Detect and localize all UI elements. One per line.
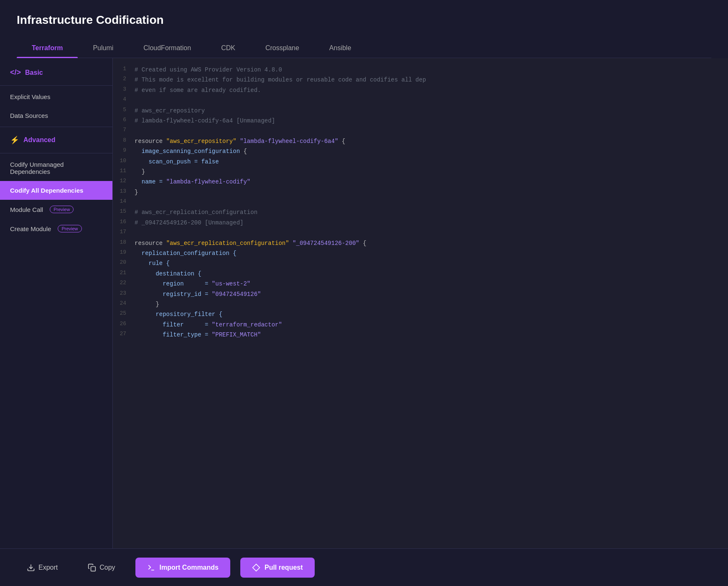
code-line-16: 16 # _094724549126-200 [Unmanaged] bbox=[113, 218, 728, 228]
code-line-12: 12 name = "lambda-flywheel-codify" bbox=[113, 177, 728, 187]
code-line-11: 11 } bbox=[113, 167, 728, 177]
line-number-11: 11 bbox=[113, 167, 135, 174]
line-number-19: 19 bbox=[113, 249, 135, 255]
tab-pulumi[interactable]: Pulumi bbox=[78, 38, 128, 58]
sidebar-item-codify-unmanaged-label: Codify Unmanaged Dependencies bbox=[10, 161, 102, 175]
sidebar-item-codify-all-label: Codify All Dependencies bbox=[10, 187, 83, 194]
advanced-icon: ⚡ bbox=[10, 135, 19, 145]
tab-ansible[interactable]: Ansible bbox=[314, 38, 366, 58]
export-label: Export bbox=[38, 564, 58, 571]
sidebar-item-module-call[interactable]: Module Call Preview bbox=[0, 200, 112, 219]
line-number-18: 18 bbox=[113, 239, 135, 245]
sidebar: </> Basic Explicit Values Data Sources ⚡… bbox=[0, 58, 113, 577]
line-content-24: } bbox=[135, 300, 728, 309]
tab-bar: Terraform Pulumi CloudFormation CDK Cros… bbox=[17, 38, 711, 58]
code-line-2: 2 # This mode is excellent for building … bbox=[113, 75, 728, 85]
line-content-20: rule { bbox=[135, 259, 728, 268]
code-line-26: 26 filter = "terraform_redactor" bbox=[113, 320, 728, 330]
sidebar-section-basic-label: Basic bbox=[25, 69, 43, 76]
code-line-18: 18 resource "aws_ecr_replication_configu… bbox=[113, 238, 728, 248]
code-line-22: 22 region = "us-west-2" bbox=[113, 279, 728, 289]
line-number-9: 9 bbox=[113, 147, 135, 153]
line-number-23: 23 bbox=[113, 290, 135, 296]
code-line-7: 7 bbox=[113, 126, 728, 136]
copy-button[interactable]: Copy bbox=[78, 558, 125, 577]
line-number-13: 13 bbox=[113, 188, 135, 194]
tab-terraform[interactable]: Terraform bbox=[17, 38, 78, 58]
svg-rect-1 bbox=[91, 566, 96, 571]
line-content-10: scan_on_push = false bbox=[135, 157, 728, 166]
line-content-13: } bbox=[135, 188, 728, 197]
sidebar-item-codify-all[interactable]: Codify All Dependencies bbox=[0, 181, 112, 200]
code-line-24: 24 } bbox=[113, 299, 728, 309]
export-button[interactable]: Export bbox=[17, 558, 68, 577]
sidebar-item-codify-unmanaged[interactable]: Codify Unmanaged Dependencies bbox=[0, 155, 112, 181]
sidebar-section-advanced[interactable]: ⚡ Advanced bbox=[0, 129, 112, 151]
sidebar-section-advanced-label: Advanced bbox=[23, 136, 55, 144]
line-number-25: 25 bbox=[113, 310, 135, 316]
line-number-1: 1 bbox=[113, 65, 135, 72]
sidebar-divider-3 bbox=[0, 153, 112, 153]
line-number-27: 27 bbox=[113, 330, 135, 337]
code-line-15: 15 # aws_ecr_replication_configuration bbox=[113, 207, 728, 217]
tab-crossplane[interactable]: Crossplane bbox=[250, 38, 314, 58]
line-number-26: 26 bbox=[113, 320, 135, 327]
code-line-14: 14 bbox=[113, 197, 728, 207]
sidebar-item-explicit-values[interactable]: Explicit Values bbox=[0, 87, 112, 106]
line-number-21: 21 bbox=[113, 269, 135, 276]
line-number-6: 6 bbox=[113, 116, 135, 123]
line-content-21: destination { bbox=[135, 269, 728, 278]
sidebar-divider-1 bbox=[0, 85, 112, 86]
svg-marker-3 bbox=[253, 564, 260, 571]
main-layout: </> Basic Explicit Values Data Sources ⚡… bbox=[0, 58, 728, 577]
code-line-3: 3 # even if some are already codified. bbox=[113, 85, 728, 95]
line-number-10: 10 bbox=[113, 157, 135, 164]
sidebar-item-data-sources-label: Data Sources bbox=[10, 112, 48, 119]
line-number-4: 4 bbox=[113, 96, 135, 102]
line-number-5: 5 bbox=[113, 106, 135, 113]
line-number-22: 22 bbox=[113, 279, 135, 286]
code-icon: </> bbox=[10, 68, 21, 77]
create-module-preview-badge: Preview bbox=[58, 225, 81, 232]
import-commands-button[interactable]: Import Commands bbox=[135, 558, 230, 578]
pull-request-button[interactable]: Pull request bbox=[240, 558, 315, 578]
sidebar-section-basic[interactable]: </> Basic bbox=[0, 61, 112, 84]
line-number-7: 7 bbox=[113, 126, 135, 133]
line-content-11: } bbox=[135, 167, 728, 176]
line-number-20: 20 bbox=[113, 259, 135, 265]
line-content-5: # aws_ecr_repository bbox=[135, 106, 728, 115]
line-number-15: 15 bbox=[113, 208, 135, 214]
code-line-21: 21 destination { bbox=[113, 269, 728, 279]
line-content-16: # _094724549126-200 [Unmanaged] bbox=[135, 218, 728, 227]
line-content-4 bbox=[135, 96, 728, 105]
sidebar-item-create-module-label: Create Module bbox=[10, 225, 51, 232]
line-content-23: registry_id = "094724549126" bbox=[135, 290, 728, 299]
line-content-19: replication_configuration { bbox=[135, 249, 728, 258]
line-content-7 bbox=[135, 126, 728, 135]
code-line-20: 20 rule { bbox=[113, 258, 728, 268]
copy-icon bbox=[88, 563, 96, 572]
header: Infrastructure Codification Terraform Pu… bbox=[0, 0, 728, 58]
line-number-3: 3 bbox=[113, 86, 135, 92]
code-line-19: 19 replication_configuration { bbox=[113, 248, 728, 258]
sidebar-item-data-sources[interactable]: Data Sources bbox=[0, 106, 112, 125]
tab-cloudformation[interactable]: CloudFormation bbox=[128, 38, 206, 58]
code-line-10: 10 scan_on_push = false bbox=[113, 157, 728, 167]
tab-cdk[interactable]: CDK bbox=[206, 38, 250, 58]
line-number-12: 12 bbox=[113, 177, 135, 184]
line-number-8: 8 bbox=[113, 137, 135, 143]
sidebar-item-create-module[interactable]: Create Module Preview bbox=[0, 219, 112, 238]
line-content-27: filter_type = "PREFIX_MATCH" bbox=[135, 330, 728, 339]
terminal-icon bbox=[147, 563, 155, 572]
page-title: Infrastructure Codification bbox=[17, 13, 711, 27]
code-line-4: 4 bbox=[113, 95, 728, 105]
line-content-14 bbox=[135, 198, 728, 207]
code-line-1: 1 # Created using AWS Provider Version 4… bbox=[113, 65, 728, 75]
line-content-17 bbox=[135, 228, 728, 237]
line-content-26: filter = "terraform_redactor" bbox=[135, 320, 728, 329]
line-content-15: # aws_ecr_replication_configuration bbox=[135, 208, 728, 217]
line-number-24: 24 bbox=[113, 300, 135, 306]
code-line-27: 27 filter_type = "PREFIX_MATCH" bbox=[113, 330, 728, 340]
code-editor: 1 # Created using AWS Provider Version 4… bbox=[113, 58, 728, 577]
line-content-18: resource "aws_ecr_replication_configurat… bbox=[135, 239, 728, 248]
